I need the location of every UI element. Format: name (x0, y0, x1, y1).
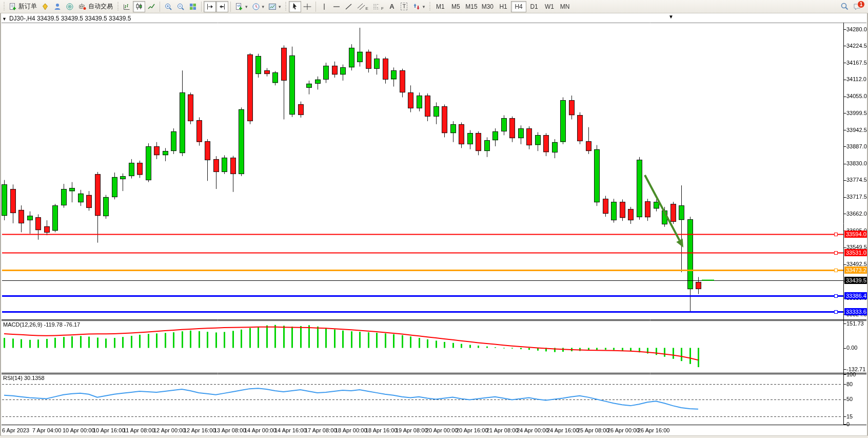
toolbar: 新订单 自动交易 (0, 0, 868, 13)
letter-a-icon: A (389, 3, 394, 10)
candlestick-chart-button[interactable] (133, 1, 145, 12)
arrows-dropdown[interactable]: ▾ (410, 1, 427, 12)
toolbar-grip[interactable] (428, 2, 431, 11)
timeframe-mn-button[interactable]: MN (557, 1, 573, 12)
tile-windows-button[interactable] (187, 1, 199, 12)
signals-button[interactable] (64, 1, 76, 12)
mt4-window: 新订单 自动交易 (0, 0, 868, 438)
autotrading-label: 自动交易 (88, 2, 113, 11)
yellow-flag-icon (41, 3, 49, 11)
line-chart-button[interactable] (145, 1, 157, 12)
vline-icon (321, 3, 328, 11)
timeframe-m30-button[interactable]: M30 (480, 1, 496, 12)
fibonacci-button[interactable]: F (370, 1, 386, 12)
radar-icon (66, 3, 74, 11)
crosshair-button[interactable] (301, 1, 313, 12)
hline-icon (332, 3, 341, 11)
toolbar-grip[interactable] (116, 2, 119, 11)
toolbar-grip[interactable] (3, 2, 5, 11)
zoom-in-button[interactable] (162, 1, 174, 12)
vertical-line-button[interactable] (318, 1, 330, 12)
text-button[interactable]: A (386, 1, 398, 12)
trendline-icon (345, 3, 353, 11)
cursor-button[interactable] (289, 1, 301, 12)
arrow-shapes-icon (412, 3, 421, 11)
bar-chart-button[interactable] (121, 1, 133, 12)
equidistant-channel-button[interactable]: E (355, 1, 370, 12)
notification-badge: 1 (857, 1, 865, 8)
toolbar-separator (315, 2, 316, 12)
candlestick-icon (135, 3, 143, 11)
chart-canvas[interactable] (0, 0, 868, 438)
market-depth-button[interactable] (39, 1, 51, 12)
text-label-button[interactable]: T (398, 1, 410, 12)
chart-shift-icon (218, 3, 226, 11)
timeframe-m5-button[interactable]: M5 (448, 1, 463, 12)
zoom-out-button[interactable] (174, 1, 187, 12)
auto-scroll-icon (206, 3, 214, 11)
letter-t-icon: T (401, 3, 407, 10)
chart-shift-button[interactable] (216, 1, 228, 12)
caret-down-icon: ▾ (423, 4, 425, 9)
timeframe-d1-button[interactable]: D1 (526, 1, 542, 12)
indicators-dropdown[interactable]: ▾ (233, 1, 250, 12)
parallel-channel-icon (357, 3, 365, 11)
tile-windows-icon (189, 3, 197, 11)
toolbar-separator (201, 2, 202, 12)
timeframe-m1-button[interactable]: M1 (432, 1, 448, 12)
periods-dropdown[interactable]: ▾ (250, 1, 267, 12)
toolbar-separator (160, 2, 160, 12)
horizontal-line-button[interactable] (330, 1, 343, 12)
timeframe-w1-button[interactable]: W1 (542, 1, 557, 12)
autotrading-button[interactable]: 自动交易 (76, 1, 115, 12)
bars-chart-icon (123, 3, 131, 11)
crosshair-icon (303, 3, 311, 11)
toolbar-separator (230, 2, 231, 12)
timeframe-h4-button[interactable]: H4 (511, 1, 526, 12)
channel-subscript: E (366, 6, 368, 11)
zoom-out-icon (176, 3, 185, 11)
document-plus-icon (9, 3, 17, 11)
new-order-button[interactable]: 新订单 (7, 1, 39, 12)
chart-template-icon (268, 3, 277, 11)
fibonacci-subscript: F (381, 6, 384, 11)
templates-dropdown[interactable]: ▾ (266, 1, 283, 12)
robot-stop-icon (78, 3, 87, 11)
chart-window (0, 13, 868, 438)
arrow-pointer-icon (291, 3, 299, 11)
person-icon (53, 3, 62, 11)
timeframe-h1-button[interactable]: H1 (496, 1, 511, 12)
caret-down-icon: ▾ (262, 4, 265, 9)
clock-icon (252, 3, 260, 11)
auto-scroll-button[interactable] (204, 1, 216, 12)
new-order-label: 新订单 (18, 2, 37, 11)
indicators-icon (235, 3, 243, 11)
toolbar-grip[interactable] (285, 2, 287, 11)
search-button[interactable] (838, 1, 851, 12)
caret-down-icon: ▾ (279, 4, 281, 9)
notifications-button[interactable]: 1 (851, 1, 864, 12)
caret-down-icon: ▾ (245, 4, 248, 9)
community-button[interactable] (51, 1, 64, 12)
timeframe-m15-button[interactable]: M15 (463, 1, 479, 12)
line-chart-icon (147, 3, 155, 11)
trendline-button[interactable] (343, 1, 355, 12)
search-icon (840, 2, 849, 11)
zoom-in-icon (164, 3, 172, 11)
fibonacci-icon (372, 3, 381, 11)
